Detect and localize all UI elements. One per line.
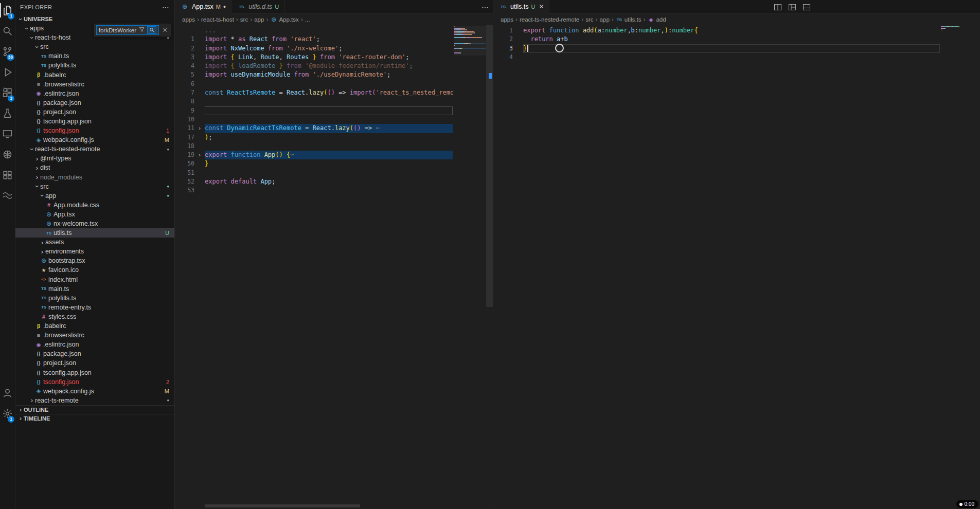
tab-App.tsx[interactable]: ⊛App.tsxM●	[175, 0, 231, 14]
editor2-code[interactable]: 1export function add(a:number,b:number,)…	[493, 25, 980, 509]
breadcrumb-item-App.tsx[interactable]: ⊛App.tsx	[270, 16, 298, 23]
breadcrumb-item-utils.ts[interactable]: TSutils.ts	[616, 16, 642, 23]
code-line-50[interactable]: 50}	[175, 159, 493, 168]
toggle-panel-icon[interactable]	[803, 3, 811, 11]
file-item-.babelrc[interactable]: β.babelrc	[15, 70, 174, 79]
code-line-6[interactable]: 6	[175, 80, 493, 88]
activity-accounts[interactable]	[0, 383, 15, 403]
breadcrumb-item-apps[interactable]: apps	[501, 16, 513, 23]
file-item-App.tsx[interactable]: ⊛App.tsx	[15, 210, 174, 219]
file-item-webpack.config.js[interactable]: ◈webpack.config.jsM	[15, 387, 174, 396]
editor1-vscrollbar[interactable]	[486, 25, 493, 509]
code-line-17[interactable]: 17);	[175, 133, 493, 142]
fold-chevron-icon[interactable]: ›	[194, 124, 205, 133]
file-item-index.html[interactable]: <>index.html	[15, 275, 174, 284]
folder-item-react-ts-nested-remote[interactable]: ›react-ts-nested-remote●	[15, 144, 174, 154]
editor1-code[interactable]: ...1import * as React from 'react';2impo…	[175, 25, 493, 509]
file-item-tsconfig.json[interactable]: {}tsconfig.json1	[15, 126, 174, 135]
code-line-7[interactable]: 7const ReactTsRemote = React.lazy(() => …	[175, 88, 493, 97]
code-line-4[interactable]: 4import { loadRemote } from '@module-fed…	[175, 62, 493, 70]
fold-chevron-icon[interactable]: ›	[194, 151, 205, 159]
breadcrumb-item-app[interactable]: app	[254, 16, 264, 23]
code-line-18[interactable]: 18	[175, 142, 493, 151]
file-item-project.json[interactable]: {}project.json	[15, 107, 174, 117]
file-item-tsconfig.app.json[interactable]: {}tsconfig.app.json	[15, 117, 174, 126]
code-line-3[interactable]: 3import { Link, Route, Routes } from 're…	[175, 53, 493, 62]
activity-source-control[interactable]: 38	[0, 41, 15, 62]
code-line-3[interactable]: 3}	[493, 44, 980, 53]
split-editor-icon[interactable]	[774, 3, 782, 11]
timeline-section[interactable]: › TIMELINE	[15, 414, 174, 423]
code-line-19[interactable]: 19›export function App() {⋯	[175, 151, 493, 159]
breadcrumb-item-src[interactable]: src	[585, 16, 593, 23]
file-item-.eslintrc.json[interactable]: ◉.eslintrc.json	[15, 340, 174, 349]
file-item-nx-welcome.tsx[interactable]: ⊛nx-welcome.tsx	[15, 219, 174, 228]
code-line-4[interactable]: 4	[493, 53, 980, 62]
filter-input[interactable]: forkDtsWorker	[96, 25, 159, 35]
folder-item-dist[interactable]: ›dist	[15, 163, 174, 172]
file-item-App.module.css[interactable]: #App.module.css	[15, 201, 174, 210]
folder-item-@mf-types[interactable]: ›@mf-types	[15, 154, 174, 163]
file-item-.browserslistrc[interactable]: ≡.browserslistrc	[15, 331, 174, 340]
file-item-.babelrc[interactable]: β.babelrc	[15, 321, 174, 331]
code-line-53[interactable]: 53	[175, 186, 493, 195]
tab-utils.d.ts[interactable]: TSutils.d.tsU	[231, 0, 284, 13]
breadcrumb-item-react-ts-host[interactable]: react-ts-host	[201, 16, 234, 23]
file-item-styles.css[interactable]: #styles.css	[15, 312, 174, 321]
file-item-main.ts[interactable]: TSmain.ts	[15, 51, 174, 61]
editor2-minimap[interactable]	[941, 26, 973, 32]
file-item-package.json[interactable]: {}package.json	[15, 349, 174, 358]
code-line-1[interactable]: 1import * as React from 'react';	[175, 35, 493, 44]
file-item-.browserslistrc[interactable]: ≡.browserslistrc	[15, 80, 174, 89]
code-line-10[interactable]: 10	[175, 115, 493, 124]
workspace-root-row[interactable]: › UNIVERSE	[15, 14, 174, 24]
code-line-52[interactable]: 52export default App;	[175, 177, 493, 186]
code-line-2[interactable]: 2 return a+b	[493, 35, 980, 44]
file-item-tsconfig.json[interactable]: {}tsconfig.json2	[15, 377, 174, 387]
file-item-favicon.ico[interactable]: ★favicon.ico	[15, 265, 174, 275]
close-tab-icon[interactable]: ✕	[539, 3, 544, 10]
breadcrumb-item-src[interactable]: src	[240, 16, 248, 23]
editor-actions-icon[interactable]: ⋯	[482, 0, 489, 14]
filter-icon[interactable]	[138, 26, 145, 35]
file-item-remote-entry.ts[interactable]: TSremote-entry.ts	[15, 303, 174, 312]
code-line-5[interactable]: 5import useDynamicModule from './useDyna…	[175, 70, 493, 79]
breadcrumb-item-app[interactable]: app	[600, 16, 610, 23]
activity-remote-explorer[interactable]	[0, 123, 15, 144]
activity-copilot[interactable]	[0, 185, 15, 206]
folder-item-src[interactable]: ›src●	[15, 182, 174, 191]
file-item-main.ts[interactable]: TSmain.ts	[15, 284, 174, 294]
scrollbar-thumb[interactable]	[486, 25, 493, 307]
activity-testing[interactable]	[0, 103, 15, 123]
folder-item-environments[interactable]: ›environments	[15, 247, 174, 256]
file-item-.eslintrc.json[interactable]: ◉.eslintrc.json	[15, 89, 174, 98]
editor1-hscrollbar[interactable]	[205, 504, 360, 507]
folder-item-assets[interactable]: ›assets	[15, 238, 174, 247]
activity-settings[interactable]: 1	[0, 403, 15, 424]
file-item-webpack.config.js[interactable]: ◈webpack.config.jsM	[15, 135, 174, 144]
file-item-project.json[interactable]: {}project.json	[15, 358, 174, 368]
editor1-minimap[interactable]	[454, 26, 486, 56]
file-item-polyfills.ts[interactable]: TSpolyfills.ts	[15, 61, 174, 70]
folder-item-react-ts-remote[interactable]: ›react-ts-remote●	[15, 396, 174, 405]
code-line-11[interactable]: 11›const DynamicReactTsRemote = React.la…	[175, 124, 493, 133]
more-actions-icon[interactable]: ⋯	[162, 3, 169, 11]
tab-utils.ts[interactable]: TSutils.tsU✕	[493, 0, 549, 14]
breadcrumb-item-add[interactable]: ◈add	[647, 16, 666, 23]
file-item-bootstrap.tsx[interactable]: ⊛bootstrap.tsx	[15, 256, 174, 265]
code-line-9[interactable]: 9	[175, 106, 493, 115]
file-item-utils.ts[interactable]: TSutils.tsU	[15, 228, 174, 238]
activity-search[interactable]	[0, 21, 15, 41]
activity-run-debug[interactable]	[0, 62, 15, 82]
file-item-polyfills.ts[interactable]: TSpolyfills.ts	[15, 294, 174, 303]
code-line-51[interactable]: 51	[175, 169, 493, 177]
file-item-package.json[interactable]: {}package.json	[15, 98, 174, 107]
breadcrumb-item-apps[interactable]: apps	[182, 16, 195, 23]
folder-item-app[interactable]: ›app●	[15, 191, 174, 201]
activity-explorer[interactable]: 1	[0, 0, 15, 21]
breadcrumb-item-react-ts-nested-remote[interactable]: react-ts-nested-remote	[520, 16, 579, 23]
dirty-dot-icon[interactable]: ●	[223, 4, 226, 9]
activity-extensions[interactable]: 3	[0, 82, 15, 103]
editor-layout-icon[interactable]	[788, 3, 796, 11]
file-item-tsconfig.app.json[interactable]: {}tsconfig.app.json	[15, 368, 174, 377]
